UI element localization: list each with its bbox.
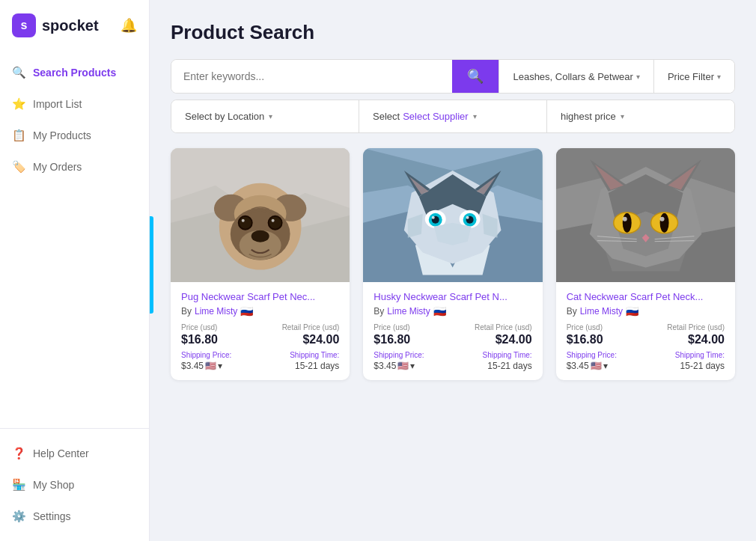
product-image-cat xyxy=(556,148,735,282)
svg-point-15 xyxy=(272,219,275,222)
filter-row: Select by Location ▾ Select Select Suppl… xyxy=(171,100,735,133)
search-input[interactable] xyxy=(171,60,452,93)
sidebar-item-my-products[interactable]: 📋 My Products xyxy=(0,120,149,151)
price-label-pug: Price (usd) xyxy=(181,323,218,331)
sidebar-label-search-products: Search Products xyxy=(33,67,116,79)
sidebar: s spocket 🔔 🔍 Search Products ⭐ Import L… xyxy=(0,0,150,541)
retail-label-pug: Retail Price (usd) xyxy=(282,323,340,331)
price-filter-label: Price Filter xyxy=(668,71,714,82)
chevron-down-icon: ▾ xyxy=(473,112,477,120)
retail-label-husky: Retail Price (usd) xyxy=(475,323,532,331)
svg-point-51 xyxy=(622,213,631,233)
sidebar-label-import-list: Import List xyxy=(33,98,82,110)
chevron-down-icon: ▾ xyxy=(269,112,272,120)
logo-letter: s xyxy=(21,19,28,32)
supplier-filter-label: Select Supplier xyxy=(403,111,468,122)
sort-filter-label: highest price xyxy=(561,111,616,122)
location-filter-button[interactable]: Select by Location ▾ xyxy=(171,100,359,132)
price-label-cat: Price (usd) xyxy=(567,323,603,331)
price-value-husky: $16.80 xyxy=(374,333,410,346)
supplier-filter-button[interactable]: Select Select Supplier ▾ xyxy=(359,100,547,132)
supplier-name-cat: Lime Misty xyxy=(580,306,623,317)
product-name-cat: Cat Neckwear Scarf Pet Neck... xyxy=(567,291,725,302)
product-name-husky: Husky Neckwear Scarf Pet N... xyxy=(374,291,531,302)
shipping-time-cat: Shipping Time: 15-21 days xyxy=(675,351,725,371)
shipping-time-husky: Shipping Time: 15-21 days xyxy=(483,351,532,371)
svg-point-33 xyxy=(466,216,469,219)
category-filter-label: Leashes, Collars & Petwear xyxy=(513,71,632,82)
product-info-cat: Cat Neckwear Scarf Pet Neck... By Lime M… xyxy=(556,282,735,380)
question-icon: ❓ xyxy=(12,447,25,460)
shipping-price-pug: Shipping Price: $3.45 🇺🇸 ▾ xyxy=(181,351,231,371)
dropdown-icon-husky[interactable]: ▾ xyxy=(410,361,415,371)
sidebar-item-search-products[interactable]: 🔍 Search Products xyxy=(0,57,149,88)
sidebar-label-settings: Settings xyxy=(33,510,71,522)
price-value-pug: $16.80 xyxy=(181,333,218,346)
svg-point-9 xyxy=(252,230,269,242)
logo-area: s spocket 🔔 xyxy=(0,0,149,51)
shipping-row-husky: Shipping Price: $3.45 🇺🇸 ▾ Shipping Time… xyxy=(374,351,531,371)
search-icon: 🔍 xyxy=(12,66,25,79)
sidebar-item-help-center[interactable]: ❓ Help Center xyxy=(0,438,149,469)
sidebar-label-my-products: My Products xyxy=(33,129,91,141)
price-label-husky: Price (usd) xyxy=(374,323,410,331)
supplier-flag-cat: 🇷🇺 xyxy=(626,305,638,317)
product-info-pug: Pug Neckwear Scarf Pet Nec... By Lime Mi… xyxy=(171,282,350,380)
star-icon: ⭐ xyxy=(12,97,25,111)
product-card-pug[interactable]: Pug Neckwear Scarf Pet Nec... By Lime Mi… xyxy=(171,148,350,380)
svg-point-54 xyxy=(659,213,668,233)
product-card-cat[interactable]: Cat Neckwear Scarf Pet Neck... By Lime M… xyxy=(556,148,735,380)
sidebar-item-my-orders[interactable]: 🏷️ My Orders xyxy=(0,151,149,183)
retail-col-cat: Retail Price (usd) $24.00 xyxy=(667,323,725,346)
supplier-name-husky: Lime Misty xyxy=(387,306,430,317)
sort-filter-button[interactable]: highest price ▾ xyxy=(547,100,734,132)
sidebar-label-help-center: Help Center xyxy=(33,447,89,459)
svg-point-14 xyxy=(269,217,281,229)
tag-icon: 🏷️ xyxy=(12,160,25,174)
product-image-husky xyxy=(363,148,542,282)
product-supplier-cat: By Lime Misty 🇷🇺 xyxy=(567,305,725,317)
shipping-row-cat: Shipping Price: $3.45 🇺🇸 ▾ Shipping Time… xyxy=(567,351,725,371)
flag-small-pug: 🇺🇸 xyxy=(205,361,216,371)
svg-point-29 xyxy=(432,216,435,219)
supplier-name-pug: Lime Misty xyxy=(195,306,237,317)
svg-point-12 xyxy=(242,219,245,222)
list-icon: 📋 xyxy=(12,129,25,142)
chevron-down-icon: ▾ xyxy=(636,73,640,81)
notification-bell-icon[interactable]: 🔔 xyxy=(121,17,137,34)
product-name-pug: Pug Neckwear Scarf Pet Nec... xyxy=(181,291,339,302)
dropdown-icon-cat[interactable]: ▾ xyxy=(603,361,608,371)
sidebar-item-import-list[interactable]: ⭐ Import List xyxy=(0,88,149,120)
main-nav: 🔍 Search Products ⭐ Import List 📋 My Pro… xyxy=(0,51,149,428)
shipping-price-cat: Shipping Price: $3.45 🇺🇸 ▾ xyxy=(567,351,617,371)
logo-icon: s xyxy=(12,13,36,37)
product-image-pug xyxy=(171,148,350,282)
shipping-time-pug: Shipping Time: 15-21 days xyxy=(290,351,339,371)
retail-value-husky: $24.00 xyxy=(475,333,532,346)
svg-point-55 xyxy=(659,217,664,221)
svg-point-52 xyxy=(622,217,627,221)
category-filter-button[interactable]: Leashes, Collars & Petwear ▾ xyxy=(499,60,653,93)
pug-illustration xyxy=(171,148,350,282)
supplier-filter-text-static: Select xyxy=(373,111,400,122)
page-title: Product Search xyxy=(171,21,735,44)
flag-small-cat: 🇺🇸 xyxy=(591,361,602,371)
price-filter-button[interactable]: Price Filter ▾ xyxy=(653,60,734,93)
sidebar-item-settings[interactable]: ⚙️ Settings xyxy=(0,501,149,532)
logo-text: spocket xyxy=(42,17,99,34)
retail-value-cat: $24.00 xyxy=(667,333,725,346)
retail-col-pug: Retail Price (usd) $24.00 xyxy=(282,323,340,346)
retail-col-husky: Retail Price (usd) $24.00 xyxy=(475,323,532,346)
chevron-down-icon: ▾ xyxy=(621,112,624,120)
sidebar-item-my-shop[interactable]: 🏪 My Shop xyxy=(0,469,149,501)
main-content: Product Search 🔍 Leashes, Collars & Petw… xyxy=(150,0,756,541)
location-filter-label: Select by Location xyxy=(185,111,264,122)
flag-small-husky: 🇺🇸 xyxy=(397,361,409,371)
product-card-husky[interactable]: Husky Neckwear Scarf Pet N... By Lime Mi… xyxy=(363,148,542,380)
scroll-indicator xyxy=(150,216,153,314)
supplier-flag-husky: 🇷🇺 xyxy=(433,305,446,317)
sidebar-label-my-orders: My Orders xyxy=(33,161,82,173)
search-button[interactable]: 🔍 xyxy=(452,60,499,93)
shipping-price-husky: Shipping Price: $3.45 🇺🇸 ▾ xyxy=(374,351,424,371)
dropdown-icon-pug[interactable]: ▾ xyxy=(218,361,222,371)
